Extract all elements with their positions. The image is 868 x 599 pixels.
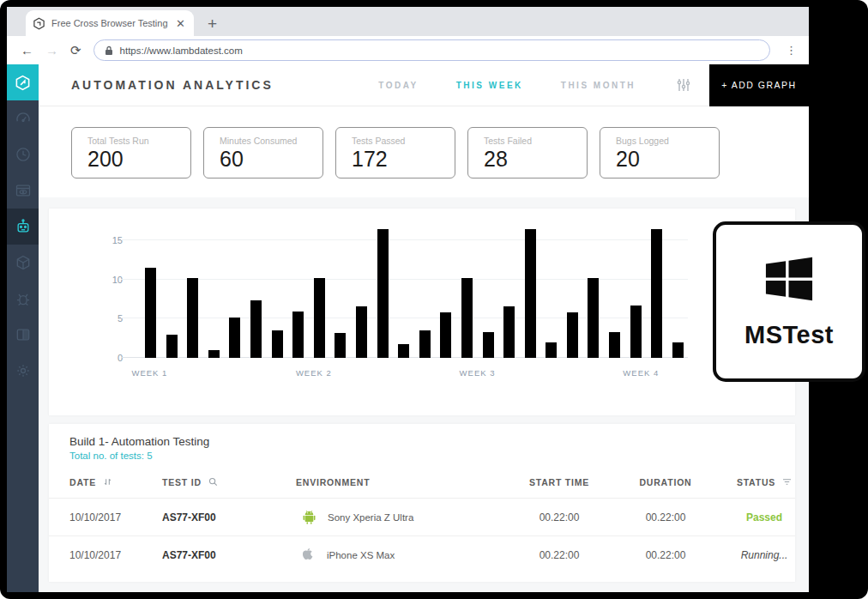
chart-bar: [314, 278, 325, 358]
status-badge: Running...: [716, 549, 812, 561]
cell-duration: 00.22:00: [615, 549, 716, 561]
sidebar-item-dashboard-gauge[interactable]: [7, 100, 39, 136]
chart-bar: [461, 278, 473, 358]
chart-bar: [272, 330, 283, 358]
gear-icon: [15, 362, 32, 379]
cell-date: 10/10/2017: [69, 549, 162, 561]
chart-y-axis: 051015: [100, 225, 123, 358]
total-tests-link[interactable]: Total no. of tests: 5: [49, 451, 795, 461]
stat-label: Tests Failed: [484, 136, 587, 146]
sidebar-item-lambdatest-logo[interactable]: [7, 64, 39, 100]
table-row[interactable]: 10/10/2017 AS77-XF00 Sony Xperia Z Ultra…: [49, 498, 795, 535]
browser-eye-icon: [15, 182, 32, 199]
browser-toolbar: ← → ⟳ https://www.lambdatest.com ⋮: [7, 36, 809, 64]
stat-label: Bugs Logged: [616, 136, 719, 146]
browser-tab[interactable]: Free Cross Browser Testing Clou ✕: [26, 10, 194, 36]
address-bar[interactable]: https://www.lambdatest.com: [93, 39, 770, 61]
stat-card-total-tests-run: Total Tests Run 200: [71, 127, 191, 178]
sidebar-item-lt-browser-panels[interactable]: [7, 317, 39, 353]
col-duration[interactable]: DURATION: [615, 477, 716, 487]
stat-value: 20: [616, 147, 719, 172]
sidebar-item-automation-robot[interactable]: [7, 209, 39, 245]
sort-icon[interactable]: [103, 477, 112, 487]
stat-value: 172: [352, 147, 455, 172]
chart-bar: [335, 333, 346, 358]
lambdatest-favicon-icon: [33, 17, 45, 30]
x-tick-label: WEEK 1: [131, 368, 167, 378]
chart-bar: [567, 312, 578, 358]
test-results-card: Build 1- Automation Testing Total no. of…: [49, 424, 795, 582]
col-date[interactable]: DATE: [69, 477, 162, 487]
chart-bar: [630, 306, 642, 358]
chart-x-axis: WEEK 1WEEK 2WEEK 3WEEK 4: [130, 368, 688, 382]
browser-menu-icon[interactable]: ⋮: [782, 44, 800, 57]
chart-bar: [398, 344, 409, 358]
robot-icon: [15, 218, 32, 235]
sidebar-item-settings-gear[interactable]: [7, 353, 39, 389]
main-panel: AUTOMATION ANALYTICS TODAY THIS WEEK THI…: [39, 64, 809, 592]
chart-bar: [145, 268, 156, 358]
chart-bar: [166, 335, 178, 358]
app-content: AUTOMATION ANALYTICS TODAY THIS WEEK THI…: [7, 64, 809, 592]
stat-card-tests-passed: Tests Passed 172: [335, 127, 455, 178]
cell-environment: iPhone XS Max: [296, 548, 503, 562]
table-header-row: DATE TEST ID ENVIRONMENT START TIME DURA…: [49, 466, 795, 498]
forward-icon[interactable]: →: [45, 44, 58, 57]
y-tick-label: 10: [112, 275, 123, 285]
page-header: AUTOMATION ANALYTICS TODAY THIS WEEK THI…: [39, 64, 809, 106]
new-tab-icon[interactable]: +: [208, 15, 217, 32]
chart-bar: [503, 306, 515, 358]
stat-label: Minutes Consumed: [220, 136, 322, 146]
col-environment[interactable]: ENVIRONMENT: [296, 477, 503, 487]
stat-card-bugs-logged: Bugs Logged 20: [600, 127, 720, 178]
dashboard-body: 051015 WEEK 1WEEK 2WEEK 3WEEK 4 Build 1-…: [39, 197, 809, 592]
cell-test-id: AS77-XF00: [162, 511, 296, 523]
filter-icon[interactable]: [782, 478, 792, 486]
chart-bar: [377, 229, 389, 358]
add-graph-button[interactable]: + ADD GRAPH: [709, 64, 809, 106]
chart-bar: [419, 330, 431, 358]
framework-name: MSTest: [744, 321, 834, 349]
tab-this-week[interactable]: THIS WEEK: [456, 81, 523, 90]
cell-test-id: AS77-XF00: [162, 549, 296, 561]
sidebar-item-bug-tracker[interactable]: [7, 281, 39, 317]
split-panels-icon: [15, 326, 32, 343]
chart-bar: [546, 342, 557, 358]
x-tick-label: WEEK 4: [623, 368, 659, 378]
lock-icon: [105, 45, 113, 56]
mstest-framework-card[interactable]: MSTest: [713, 221, 865, 382]
sidebar-item-visual-browser[interactable]: [7, 172, 39, 209]
search-icon[interactable]: [208, 477, 218, 487]
page-title: AUTOMATION ANALYTICS: [71, 78, 274, 92]
col-test-id[interactable]: TEST ID: [162, 477, 296, 487]
y-tick-label: 15: [112, 235, 123, 245]
y-tick-label: 5: [118, 313, 123, 324]
windows-logo-icon: [763, 254, 816, 304]
sidebar-item-package-cube[interactable]: [7, 245, 39, 281]
screenshot-canvas: Free Cross Browser Testing Clou ✕ + ← → …: [0, 0, 868, 599]
reload-icon[interactable]: ⟳: [70, 44, 81, 57]
sidebar-item-history-clock[interactable]: [7, 136, 39, 172]
bug-icon: [15, 290, 32, 307]
x-tick-label: WEEK 3: [460, 368, 496, 378]
chart-bar: [525, 229, 536, 358]
filter-sliders-icon[interactable]: [677, 78, 690, 92]
tab-close-icon[interactable]: ✕: [174, 17, 187, 30]
table-row[interactable]: 10/10/2017 AS77-XF00 iPhone XS Max 00.22…: [49, 535, 795, 573]
history-clock-icon: [15, 146, 32, 163]
back-icon[interactable]: ←: [21, 44, 33, 57]
y-tick-label: 0: [118, 353, 123, 363]
chart-plot-area: [130, 225, 688, 358]
browser-tab-strip: Free Cross Browser Testing Clou ✕ +: [7, 7, 809, 36]
col-start-time[interactable]: START TIME: [503, 477, 615, 487]
apple-icon: [303, 548, 315, 562]
col-status[interactable]: STATUS: [716, 477, 812, 487]
tab-title: Free Cross Browser Testing Clou: [51, 18, 168, 28]
environment-name: Sony Xperia Z Ultra: [328, 512, 413, 523]
time-range-tabs: TODAY THIS WEEK THIS MONTH: [378, 78, 690, 92]
chart-bar: [356, 306, 367, 358]
status-badge: Passed: [716, 511, 812, 523]
chart-bar: [609, 332, 620, 358]
tab-this-month[interactable]: THIS MONTH: [561, 81, 636, 90]
tab-today[interactable]: TODAY: [378, 81, 418, 90]
